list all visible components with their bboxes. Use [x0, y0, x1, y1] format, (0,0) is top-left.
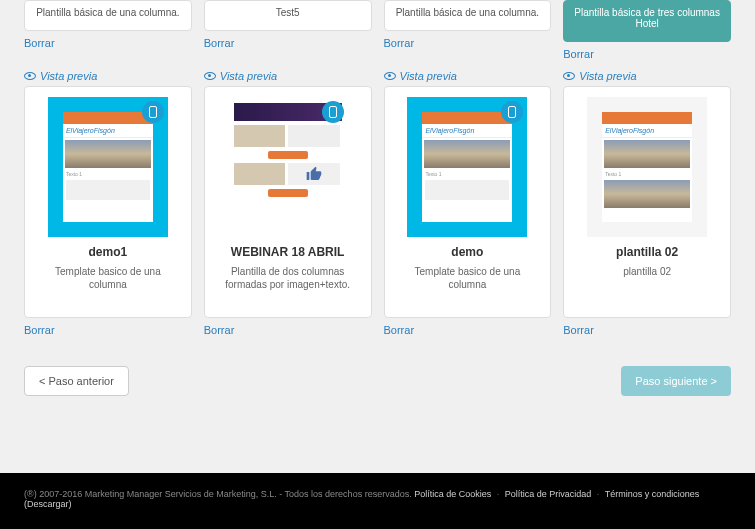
phone-badge	[501, 101, 523, 123]
template-thumbnail: ElViajeroFisgónTexto 1	[587, 97, 707, 237]
template-description: Template basico de una columna	[25, 265, 191, 301]
thumb-logo: ElViajeroFisgón	[602, 124, 692, 138]
top-template-row: Plantilla básica de una columna.BorrarTe…	[24, 0, 731, 62]
thumb-logo: ElViajeroFisgón	[422, 124, 512, 138]
cookies-link[interactable]: Política de Cookies	[414, 489, 491, 499]
template-card[interactable]: ElViajeroFisgónTexto 1demoTemplate basic…	[384, 86, 552, 318]
template-card-group: Vista previaWEBINAR 18 ABRILPlantilla de…	[204, 70, 372, 338]
template-title: WEBINAR 18 ABRIL	[205, 245, 371, 259]
template-description: plantilla 02	[564, 265, 730, 288]
footer: (®) 2007-2016 Marketing Manager Servicio…	[0, 473, 755, 529]
phone-icon	[149, 106, 157, 118]
preview-link[interactable]: Vista previa	[24, 70, 192, 82]
template-card[interactable]: WEBINAR 18 ABRILPlantilla de dos columna…	[204, 86, 372, 318]
template-card-group: Vista previaElViajeroFisgónTexto 1demoTe…	[384, 70, 552, 338]
template-card[interactable]: ElViajeroFisgónTexto 1demo1Template basi…	[24, 86, 192, 318]
template-title: demo1	[25, 245, 191, 259]
preview-label: Vista previa	[40, 70, 97, 82]
template-title: plantilla 02	[564, 245, 730, 259]
template-description: Plantilla de dos columnas formadas por i…	[205, 265, 371, 301]
delete-link[interactable]: Borrar	[384, 324, 415, 336]
delete-link[interactable]: Borrar	[204, 324, 235, 336]
nav-buttons: < Paso anterior Paso siguiente >	[24, 346, 731, 410]
delete-link[interactable]: Borrar	[563, 324, 594, 336]
phone-icon	[508, 106, 516, 118]
phone-icon	[329, 106, 337, 118]
template-partial-card[interactable]: Plantilla básica de una columna.	[384, 0, 552, 31]
delete-link[interactable]: Borrar	[563, 48, 594, 60]
delete-link[interactable]: Borrar	[204, 37, 235, 49]
template-card-group: Vista previaElViajeroFisgónTexto 1planti…	[563, 70, 731, 338]
phone-badge	[142, 101, 164, 123]
phone-badge	[322, 101, 344, 123]
preview-link[interactable]: Vista previa	[204, 70, 372, 82]
top-card-group: Plantilla básica de tres columnas HotelB…	[563, 0, 731, 62]
prev-step-button[interactable]: < Paso anterior	[24, 366, 129, 396]
top-card-group: Plantilla básica de una columna.Borrar	[24, 0, 192, 62]
template-thumbnail	[228, 97, 348, 237]
delete-link[interactable]: Borrar	[24, 324, 55, 336]
template-partial-card[interactable]: Plantilla básica de una columna.	[24, 0, 192, 31]
template-card-group: Vista previaElViajeroFisgónTexto 1demo1T…	[24, 70, 192, 338]
preview-label: Vista previa	[220, 70, 277, 82]
template-title: demo	[385, 245, 551, 259]
preview-label: Vista previa	[579, 70, 636, 82]
eye-icon	[204, 72, 216, 80]
preview-link[interactable]: Vista previa	[384, 70, 552, 82]
delete-link[interactable]: Borrar	[384, 37, 415, 49]
preview-label: Vista previa	[400, 70, 457, 82]
top-card-group: Test5Borrar	[204, 0, 372, 62]
eye-icon	[384, 72, 396, 80]
template-grid: Vista previaElViajeroFisgónTexto 1demo1T…	[24, 70, 731, 338]
privacy-link[interactable]: Política de Privacidad	[505, 489, 592, 499]
template-thumbnail: ElViajeroFisgónTexto 1	[48, 97, 168, 237]
template-thumbnail: ElViajeroFisgónTexto 1	[407, 97, 527, 237]
next-step-button[interactable]: Paso siguiente >	[621, 366, 731, 396]
thumb-logo: ElViajeroFisgón	[63, 124, 153, 138]
top-card-group: Plantilla básica de una columna.Borrar	[384, 0, 552, 62]
eye-icon	[24, 72, 36, 80]
thumbs-up-icon	[306, 166, 322, 182]
template-partial-card[interactable]: Test5	[204, 0, 372, 31]
preview-link[interactable]: Vista previa	[563, 70, 731, 82]
template-partial-card[interactable]: Plantilla básica de tres columnas Hotel	[563, 0, 731, 42]
eye-icon	[563, 72, 575, 80]
delete-link[interactable]: Borrar	[24, 37, 55, 49]
template-card[interactable]: ElViajeroFisgónTexto 1plantilla 02planti…	[563, 86, 731, 318]
copyright-text: (®) 2007-2016 Marketing Manager Servicio…	[24, 489, 412, 499]
template-description: Template basico de una columna	[385, 265, 551, 301]
